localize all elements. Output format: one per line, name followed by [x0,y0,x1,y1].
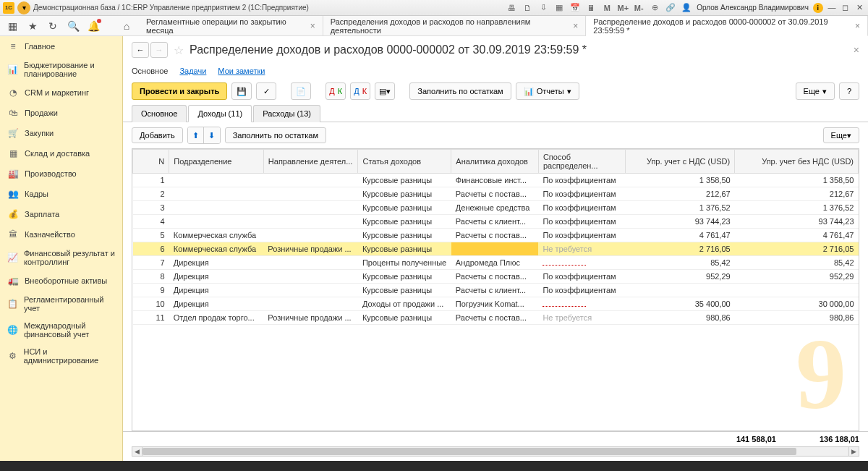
sub-tab[interactable]: Основное [132,105,187,122]
close-document-button[interactable]: × [854,44,859,56]
table-row[interactable]: 6Коммерческая службаРозничные продажи ..… [133,242,859,256]
move-down-button[interactable]: ⬇ [204,127,220,143]
favorite-icon[interactable]: ★ [26,20,39,32]
column-header[interactable]: Статья доходов [358,150,451,174]
sidebar-item[interactable]: 📊Бюджетирование и планирование [0,56,122,82]
sidebar-item[interactable]: ◔CRM и маркетинг [0,82,122,103]
table-more-button[interactable]: Еще ▾ [823,127,859,143]
inline-tabs: ОсновноеЗадачиМои заметки [123,64,868,78]
sidebar-item[interactable]: 🏛Казначейство [0,224,122,245]
toolstrip-tab[interactable]: Регламентные операции по закрытию месяца… [139,16,323,35]
sidebar-item-label: Продажи [25,109,58,117]
m-badge[interactable]: M [601,2,613,14]
inline-tab[interactable]: Задачи [179,67,206,75]
nav-forward-button[interactable]: → [150,42,168,58]
table-row[interactable]: 10ДирекцияДоходы от продажи ...Погрузчик… [133,297,859,311]
sidebar-item[interactable]: 🛒Закупки [0,123,122,143]
current-user[interactable]: Орлов Александр Владимирович [697,4,809,12]
table-row[interactable]: 1Курсовые разницыФинансовые инст...По ко… [133,174,859,187]
sidebar-item[interactable]: 💰Зарплата [0,204,122,224]
sub-tab[interactable]: Расходы (13) [253,105,320,122]
more-button[interactable]: Еще ▾ [796,82,835,100]
dr-cr-alt-icon[interactable]: ДК [350,82,370,100]
sidebar-item-icon: 👥 [7,188,19,200]
sidebar-item[interactable]: 🏭Производство [0,164,122,184]
tab-close-icon[interactable]: × [310,21,315,31]
close-button[interactable]: ✕ [854,3,865,13]
scroll-right-button[interactable]: ▶ [848,447,859,456]
inline-tab[interactable]: Мои заметки [218,67,265,75]
column-header[interactable]: Упр. учет без НДС (USD) [735,150,859,174]
sub-tab[interactable]: Доходы (11) [188,105,252,122]
maximize-button[interactable]: ◻ [840,3,851,13]
column-header[interactable]: N [133,150,169,174]
sidebar-item[interactable]: 📈Финансовый результат и контроллинг [0,245,122,271]
inline-tab[interactable]: Основное [132,67,168,75]
sidebar-item[interactable]: ≡Главное [0,36,122,56]
save-icon[interactable]: 🗋 [522,2,533,14]
search-icon[interactable]: 🔍 [67,20,80,32]
table-fill-balances-button[interactable]: Заполнить по остаткам [225,127,326,143]
table-row[interactable]: 4Курсовые разницыРасчеты с клиент...По к… [133,215,859,229]
tab-close-icon[interactable]: × [855,21,860,31]
clone-button[interactable]: 📄 [291,82,311,100]
sidebar-item[interactable]: ⚙НСИ и администрирование [0,343,122,369]
print-icon[interactable]: 🖶 [506,2,517,14]
compare-icon[interactable]: ▦ [553,2,565,14]
fill-balances-button[interactable]: Заполнить по остаткам [409,82,511,100]
move-up-button[interactable]: ⬆ [188,127,204,143]
notifications-icon[interactable]: 🔔 [87,20,100,32]
zoom-icon[interactable]: ⊕ [649,2,660,14]
toolstrip: ▦ ★ ↻ 🔍 🔔 ⌂ Регламентные операции по зак… [0,16,868,36]
help-button[interactable]: ? [839,82,859,100]
apps-icon[interactable]: ▦ [6,20,19,32]
scroll-left-button[interactable]: ◀ [132,447,142,456]
calc-icon[interactable]: 🖩 [585,2,597,14]
post-and-close-button[interactable]: Провести и закрыть [132,82,227,100]
info-icon[interactable]: i [813,3,823,13]
dr-cr-icon[interactable]: ДК [326,82,346,100]
scrollbar-thumb[interactable] [142,448,796,455]
toolstrip-tab[interactable]: Распределения доходов и расходов по напр… [323,16,587,35]
sidebar-item[interactable]: 📋Регламентированный учет [0,291,122,317]
total-without-vat: 136 188,01 [820,435,859,444]
nav-back-button[interactable]: ← [132,42,149,58]
sidebar-item[interactable]: 🛍Продажи [0,103,122,123]
column-header[interactable]: Подразделение [169,150,264,174]
column-header[interactable]: Аналитика доходов [451,150,539,174]
add-row-button[interactable]: Добавить [132,127,183,143]
table-row[interactable]: 7ДирекцияПроценты полученныеАндромеда Пл… [133,256,859,270]
m-minus-badge[interactable]: M- [633,2,644,14]
sidebar-item[interactable]: ▦Склад и доставка [0,143,122,164]
m-plus-badge[interactable]: M+ [617,2,629,14]
data-table[interactable]: NПодразделениеНаправление деятел...Стать… [132,148,859,431]
column-header[interactable]: Способ распределен... [538,150,626,174]
calendar-icon[interactable]: 📅 [569,2,581,14]
sidebar-item[interactable]: 🚛Внеоборотные активы [0,271,122,291]
home-icon[interactable]: ⌂ [120,20,133,32]
table-row[interactable]: 2Курсовые разницыРасчеты с постав...По к… [133,187,859,201]
table-row[interactable]: 5Коммерческая службаКурсовые разницыРасч… [133,229,859,242]
save-button[interactable]: 💾 [231,82,252,100]
history-icon[interactable]: ↻ [46,20,59,32]
table-row[interactable]: 11Отдел продаж торго...Розничные продажи… [133,311,859,325]
table-row[interactable]: 8ДирекцияКурсовые разницыРасчеты с поста… [133,270,859,284]
sidebar-item[interactable]: 🌐Международный финансовый учет [0,317,122,343]
favorite-star-icon[interactable]: ☆ [174,43,184,57]
table-row[interactable]: 3Курсовые разницыДенежные средстваПо коэ… [133,201,859,215]
titlebar-tools: 🖶 🗋 ⇩ ▦ 📅 🖩 M M+ M- ⊕ 🔗 👤 [506,2,692,14]
reports-button[interactable]: 📊 Отчеты ▾ [516,82,579,100]
structure-button[interactable]: ▤▾ [375,82,395,100]
column-header[interactable]: Направление деятел... [263,150,358,174]
back-button[interactable]: ▾ [17,1,30,14]
toolstrip-tab[interactable]: Распределение доходов и расходов 0000-00… [586,16,868,36]
post-button[interactable]: ✓ [256,82,276,100]
sidebar-item[interactable]: 👥Кадры [0,184,122,204]
table-row[interactable]: 9ДирекцияКурсовые разницыРасчеты с клиен… [133,284,859,297]
column-header[interactable]: Упр. учет с НДС (USD) [626,150,735,174]
attach-icon[interactable]: ⇩ [537,2,549,14]
horizontal-scrollbar[interactable]: ◀ ▶ [132,446,859,457]
tab-close-icon[interactable]: × [573,21,578,31]
minimize-button[interactable]: — [826,2,838,12]
link-icon[interactable]: 🔗 [665,2,676,14]
